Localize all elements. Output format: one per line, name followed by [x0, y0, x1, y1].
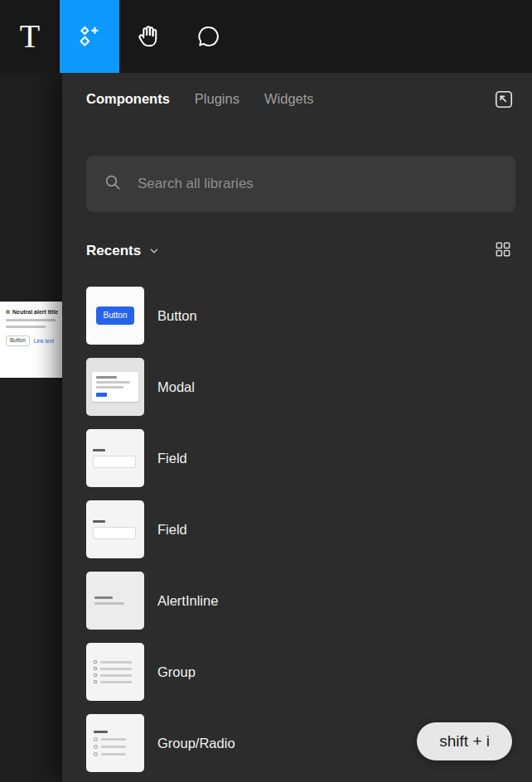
recents-header: Recents [86, 239, 515, 263]
component-row[interactable]: AlertInline [86, 572, 515, 630]
text-tool-icon: T [20, 20, 40, 53]
panel-popout-button[interactable] [489, 86, 519, 116]
component-thumbnail: Button [86, 287, 144, 345]
tab-components[interactable]: Components [86, 91, 170, 107]
alert-card-button: Button [6, 335, 30, 346]
component-row[interactable]: Field [86, 429, 515, 487]
component-row[interactable]: Field [86, 500, 515, 558]
alert-card-link: Link text [34, 338, 54, 344]
tab-widgets[interactable]: Widgets [264, 91, 314, 107]
alert-card-text-line [6, 319, 56, 321]
component-row[interactable]: Group [86, 643, 515, 701]
alert-info-icon [6, 310, 10, 314]
component-label: AlertInline [157, 593, 218, 609]
assets-tool-button[interactable] [60, 0, 119, 73]
chevron-down-icon[interactable] [148, 245, 160, 257]
component-label: Field [157, 522, 187, 538]
recents-title: Recents [86, 243, 141, 259]
alert-card-text-line [6, 326, 46, 328]
component-label: Group/Radio [157, 736, 235, 751]
hand-tool-button[interactable] [119, 0, 179, 73]
grid-view-button[interactable] [491, 239, 515, 263]
component-label: Group [157, 664, 196, 680]
canvas-area[interactable]: Neutral alert title Button Link text [0, 73, 62, 782]
component-thumbnail [86, 500, 144, 558]
search-input[interactable] [138, 176, 499, 192]
grid-view-icon [494, 240, 512, 262]
component-thumbnail [86, 572, 144, 630]
tab-plugins[interactable]: Plugins [195, 91, 239, 107]
panel-tabs: Components Plugins Widgets [86, 91, 314, 107]
component-label: Modal [157, 379, 195, 395]
component-thumbnail [86, 643, 144, 701]
components-panel: Components Plugins Widgets [62, 73, 532, 782]
comment-icon [196, 23, 222, 50]
search-bar[interactable] [86, 156, 515, 212]
component-thumbnail [86, 714, 144, 772]
top-toolbar: T [0, 0, 532, 73]
component-thumbnail [86, 358, 144, 416]
component-row[interactable]: Modal [86, 358, 515, 416]
shortcut-hint: shift + i [417, 722, 512, 760]
assets-icon [75, 22, 104, 51]
component-row[interactable]: ButtonButton [86, 287, 515, 345]
search-icon [103, 172, 138, 196]
components-list: ButtonButtonModalFieldFieldAlertInlineGr… [86, 287, 515, 772]
component-label: Field [157, 451, 187, 466]
arrow-up-left-icon [493, 89, 515, 113]
component-label: Button [157, 308, 197, 324]
component-thumbnail [86, 429, 144, 487]
alert-card-preview: Neutral alert title Button Link text [0, 302, 62, 378]
comment-tool-button[interactable] [179, 0, 239, 73]
text-tool-button[interactable]: T [0, 0, 60, 73]
figma-app: T [0, 0, 532, 782]
hand-icon [136, 23, 162, 50]
alert-card-title: Neutral alert title [12, 309, 58, 315]
